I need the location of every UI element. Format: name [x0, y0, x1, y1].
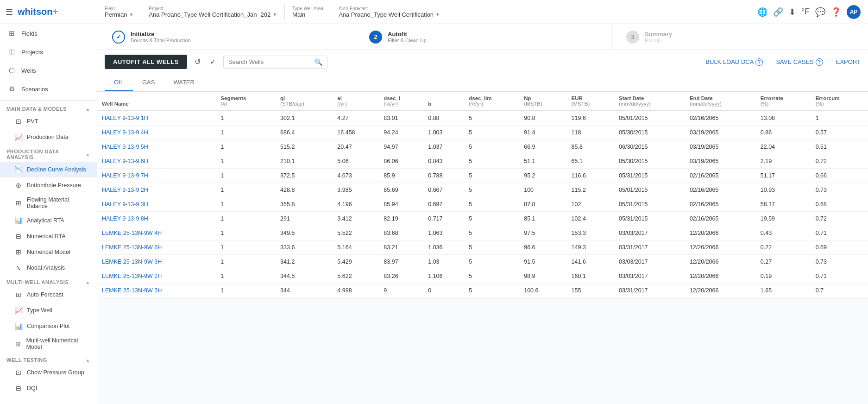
cell-error-cum: 1 — [811, 111, 868, 126]
sidebar-item-numerical-model[interactable]: ⊞ Numerical Model — [0, 244, 97, 260]
sidebar-item-auto-forecast[interactable]: ⊞ Auto-Forecast — [0, 287, 97, 303]
help-icon[interactable]: ❓ — [831, 7, 841, 17]
export-button[interactable]: EXPORT — [836, 58, 861, 65]
cell-ai: 3.985 — [333, 183, 379, 197]
table-row[interactable]: LEMKE 25-13N-9W 4H 1 349.5 5.522 83.68 1… — [97, 226, 868, 240]
cell-end-date: 02/16/2065 — [685, 111, 756, 126]
topbar-auto-forecast: Auto-Forecast Ana Proano_Type Well Certi… — [339, 6, 440, 18]
table-row[interactable]: LEMKE 25-13N-9W 3H 1 341.2 5.429 83.97 1… — [97, 255, 868, 269]
table-row[interactable]: HALEY 9-13-9 3H 1 355.8 4.196 85.94 0.69… — [97, 197, 868, 212]
cell-well-name: LEMKE 25-13N-9W 2H — [97, 269, 216, 284]
table-row[interactable]: HALEY 9-13-9 4H 1 686.4 16.458 94.24 1.0… — [97, 126, 868, 140]
cell-error-cum: 0.51 — [811, 140, 868, 154]
sidebar-item-production-data[interactable]: 📈 Production Data — [0, 129, 97, 145]
sidebar-item-label: Production Data — [27, 134, 69, 140]
bulk-load-help-icon: ? — [755, 58, 763, 66]
sidebar-item-pvt[interactable]: ⊡ PVT — [0, 114, 97, 129]
user-avatar[interactable]: AP — [847, 5, 861, 19]
sidebar-item-projects[interactable]: ◫ Projects — [0, 43, 97, 61]
table-row[interactable]: LEMKE 25-13N-9W 2H 1 344.5 5.622 83.26 1… — [97, 269, 868, 284]
auto-forecast-value[interactable]: Ana Proano_Type Well Certification ▼ — [339, 11, 440, 18]
sidebar-item-flowing-material-balance[interactable]: ⊞ Flowing Material Balance — [0, 193, 97, 213]
cell-start-date: 03/31/2017 — [614, 284, 685, 298]
project-value[interactable]: Ana Proano_Type Well Certification_Jan- … — [149, 11, 277, 18]
autofit-all-wells-button[interactable]: AUTOFIT ALL WELLS — [105, 55, 187, 69]
cell-error-cum: 0.66 — [811, 169, 868, 183]
table-row[interactable]: HALEY 9-13-9 2H 1 428.8 3.985 85.69 0.66… — [97, 183, 868, 197]
temperature-icon[interactable]: °F — [801, 7, 810, 17]
logo: whitson+ — [18, 6, 58, 17]
table-row[interactable]: HALEY 9-13-9 1H 1 302.1 4.27 83.01 0.88 … — [97, 111, 868, 126]
cell-qi: 291 — [276, 212, 333, 226]
cell-well-name: HALEY 9-13-9 8H — [97, 212, 216, 226]
step-initialize[interactable]: ✓ Initialize Bounds & Total Production — [97, 24, 354, 50]
step-autofit[interactable]: 2 Autofit Filter & Clean Up — [354, 24, 611, 50]
sidebar-item-chow-pressure-group[interactable]: ⊡ Chow Pressure Group — [0, 365, 97, 380]
cell-well-name: LEMKE 25-13N-9W 5H — [97, 284, 216, 298]
table-row[interactable]: LEMKE 25-13N-9W 5H 1 344 4.998 9 0 5 100… — [97, 284, 868, 298]
refresh-icon-button[interactable]: ↺ — [193, 56, 202, 68]
cell-qi: 210.1 — [276, 154, 333, 169]
cell-well-name: HALEY 9-13-9 2H — [97, 183, 216, 197]
cell-ai: 4.27 — [333, 111, 379, 126]
cell-end-date: 12/20/2066 — [685, 284, 756, 298]
sidebar-item-wells[interactable]: ⬡ Wells — [0, 61, 97, 80]
tab-water[interactable]: WATER — [164, 74, 204, 91]
sidebar-item-label: Type Well — [27, 307, 52, 314]
cell-dsec-i: 82.19 — [379, 212, 423, 226]
chat-icon[interactable]: 💬 — [815, 7, 825, 17]
cell-segments: 1 — [216, 284, 276, 298]
link-icon[interactable]: 🔗 — [773, 7, 783, 17]
cell-end-date: 03/19/2065 — [685, 126, 756, 140]
tab-oil[interactable]: OIL — [105, 74, 133, 91]
auto-forecast-dropdown-arrow: ▼ — [435, 12, 440, 17]
hamburger-menu[interactable]: ☰ — [6, 7, 13, 17]
check-icon-button[interactable]: ✓ — [208, 56, 218, 68]
sidebar-item-dqi[interactable]: ⊟ DQI — [0, 380, 97, 396]
cell-start-date: 05/31/2015 — [614, 169, 685, 183]
cell-dsec-i: 83.68 — [379, 226, 423, 240]
sidebar-item-numerical-rta[interactable]: ⊟ Numerical RTA — [0, 228, 97, 244]
table-row[interactable]: HALEY 9-13-9 7H 1 372.5 4.673 85.9 0.788… — [97, 169, 868, 183]
cell-start-date: 06/30/2015 — [614, 140, 685, 154]
cell-b: 1.106 — [423, 269, 464, 284]
step-summary[interactable]: 3 Summary Roll-up — [611, 24, 868, 50]
sidebar-item-comparison-plot[interactable]: 📊 Comparison Plot — [0, 318, 97, 334]
data-table-container: Well Name Segments (#) qi (STB/day) ai — [97, 92, 868, 404]
cell-well-name: HALEY 9-13-9 6H — [97, 154, 216, 169]
cell-b: 0.788 — [423, 169, 464, 183]
cell-qi: 344 — [276, 284, 333, 298]
cell-np: 100 — [519, 183, 566, 197]
cell-error-cum: 0.69 — [811, 240, 868, 255]
search-input[interactable] — [228, 58, 312, 65]
sidebar-item-analytical-rta[interactable]: 📊 Analytical RTA — [0, 213, 97, 228]
sidebar-item-multi-well-numerical[interactable]: ⊞ Multi-well Numerical Model — [0, 334, 97, 354]
sidebar-item-scenarios[interactable]: ⚙ Scenarios — [0, 80, 97, 98]
cell-dsec-lim: 5 — [464, 111, 519, 126]
field-value[interactable]: Permian ▼ — [105, 11, 133, 18]
cell-dsec-lim: 5 — [464, 140, 519, 154]
sidebar-item-label: Comparison Plot — [27, 323, 69, 329]
table-row[interactable]: HALEY 9-13-9 8H 1 291 3.412 82.19 0.717 … — [97, 212, 868, 226]
sidebar-item-bottomhole-pressure[interactable]: ⊛ Bottomhole Pressure — [0, 177, 97, 193]
globe-icon[interactable]: 🌐 — [757, 7, 767, 17]
cell-end-date: 12/20/2066 — [685, 226, 756, 240]
sidebar-item-nodal-analysis[interactable]: ∿ Nodal Analysis — [0, 260, 97, 276]
topbar: Field Permian ▼ Project Ana Proano_Type … — [97, 0, 868, 24]
bulk-load-dca-button[interactable]: BULK LOAD DCA ? — [705, 58, 763, 66]
sidebar-item-type-well[interactable]: 📈 Type Well — [0, 303, 97, 318]
sidebar-item-decline-curve-analysis[interactable]: 📉 Decline Curve Analysis — [0, 162, 97, 177]
sidebar-item-fields[interactable]: ⊞ Fields — [0, 24, 97, 43]
cell-segments: 1 — [216, 269, 276, 284]
save-cases-button[interactable]: SAVE CASES ? — [776, 58, 823, 66]
cell-qi: 428.8 — [276, 183, 333, 197]
search-box: 🔍 — [223, 56, 327, 69]
tab-gas[interactable]: GAS — [133, 74, 164, 91]
topbar-field: Field Permian ▼ — [105, 6, 133, 18]
table-row[interactable]: LEMKE 25-13N-9W 6H 1 333.6 5.164 83.21 1… — [97, 240, 868, 255]
download-icon[interactable]: ⬇ — [789, 7, 796, 17]
cell-error-rate: 13.08 — [756, 111, 811, 126]
table-row[interactable]: HALEY 9-13-9 6H 1 210.1 5.06 86.06 0.843… — [97, 154, 868, 169]
col-header-ai: ai (/yr) — [333, 92, 379, 111]
table-row[interactable]: HALEY 9-13-9 5H 1 515.2 20.47 94.97 1.03… — [97, 140, 868, 154]
